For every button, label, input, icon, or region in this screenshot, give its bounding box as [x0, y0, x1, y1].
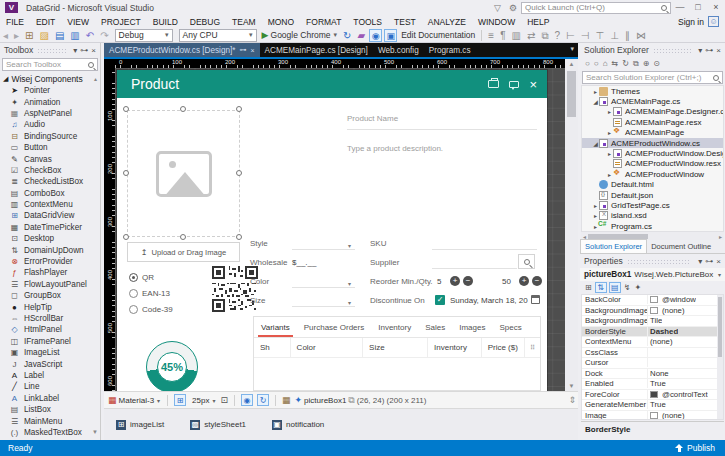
object-caret-icon[interactable]: ▾ — [718, 271, 721, 278]
toolbar-icon[interactable]: ⇄ — [527, 29, 535, 42]
sort-icon[interactable]: ⇕ — [568, 395, 576, 405]
close-icon[interactable]: × — [716, 46, 721, 55]
discontinue-date-value[interactable]: Sunday, March 18, 20 — [450, 296, 528, 305]
briefcase-icon[interactable]: ▦ — [282, 395, 291, 405]
properties-object-row[interactable]: pictureBox1 Wisej.Web.PictureBox ▾ — [580, 268, 725, 281]
se-toolbar-icon[interactable]: ⇆ — [612, 59, 619, 68]
calendar-icon[interactable] — [531, 295, 540, 304]
menu-item[interactable]: DEBUG — [184, 17, 226, 27]
toolbar-icon[interactable]: ⊤ — [596, 29, 605, 42]
close-icon[interactable]: × — [251, 47, 255, 54]
minus-icon[interactable]: − — [463, 276, 473, 286]
se-toolbar-icon[interactable]: ⊙ — [653, 59, 660, 68]
resize-handle[interactable] — [236, 106, 242, 112]
upload-button[interactable]: ↥ Upload or Drag Image — [127, 242, 240, 262]
expand-icon[interactable]: ▸ — [592, 88, 599, 95]
toolbox-item[interactable]: ▦ DateTimePicker — [0, 222, 100, 233]
pin-icon[interactable]: ⊶ — [80, 46, 88, 55]
pin-icon[interactable]: ⊶ — [240, 46, 247, 54]
toolbox-item[interactable]: ƒ FlashPlayer — [0, 267, 100, 278]
property-row[interactable]: ForeColor @controlText — [582, 390, 723, 401]
expand-icon[interactable]: ▸ — [606, 150, 613, 157]
toolbox-item[interactable]: ⊞ DataGridView — [0, 210, 100, 221]
se-toolbar-icon[interactable]: ○ — [585, 59, 590, 68]
toolbar-icon[interactable]: ⧉ — [541, 29, 548, 42]
platform-dropdown[interactable]: Any CPU▾ — [179, 29, 257, 42]
toolbar-icon[interactable]: ⊥ — [610, 29, 619, 42]
resize-handle[interactable] — [123, 234, 129, 240]
toolbox-item[interactable]: ◻ GroupBox — [0, 290, 100, 301]
size-dropdown[interactable] — [292, 293, 355, 307]
toolbox-item[interactable]: ● HelpTip — [0, 301, 100, 312]
menu-item[interactable]: TOOLS — [347, 17, 388, 27]
plus-icon[interactable]: + — [519, 276, 529, 286]
tree-item[interactable]: ACMEMainPage.resx — [582, 117, 723, 127]
grid-column-header[interactable]: Price ($) — [482, 338, 525, 357]
tray-component[interactable]: ▣ notification — [272, 420, 324, 430]
close-icon[interactable]: × — [91, 46, 96, 55]
toolbox-item[interactable]: ▭ Button — [0, 142, 100, 153]
toolbox-item[interactable]: ⇅ DomainUpDown — [0, 244, 100, 255]
tree-item[interactable]: ▸ ACMEMainPage.Designer.cs — [582, 107, 723, 117]
toolbox-item[interactable]: ♫ Audio — [0, 119, 100, 130]
grid-column-header[interactable]: Sh — [254, 338, 291, 357]
tree-item[interactable]: ▸ ACMEMainPage — [582, 128, 723, 138]
resize-handle[interactable] — [236, 234, 242, 240]
property-row[interactable]: BorderStyle Dashed — [582, 327, 723, 338]
toolbox-group-header[interactable]: ◢ Wisej Components ▴ — [0, 72, 100, 85]
column-options-icon[interactable]: ⠿ — [525, 338, 540, 357]
tray-component[interactable]: ⊞ imageList — [116, 420, 164, 430]
resize-handle[interactable] — [180, 106, 186, 112]
barcode-radio[interactable]: QR — [129, 269, 173, 285]
window-position-icon[interactable]: ▾ — [73, 46, 77, 55]
toolbar-icon[interactable]: ▸ — [14, 29, 19, 42]
properties-toolbar-icon[interactable]: ▤ — [609, 282, 621, 293]
property-row[interactable]: BackgroundImage (none) — [582, 306, 723, 317]
supplier-search-button[interactable] — [518, 254, 535, 269]
form-close-icon[interactable]: × — [529, 78, 537, 91]
menu-item[interactable]: VIEW — [61, 17, 95, 27]
toolbar-icon[interactable]: ▰ — [357, 29, 365, 42]
toolbox-item[interactable]: ➤ Pointer — [0, 85, 100, 96]
grid-toggle-icon[interactable]: ⊞ — [174, 394, 186, 406]
tree-item[interactable]: ▸ island.xsd — [582, 211, 723, 221]
avatar-icon[interactable]: ☺ — [708, 16, 719, 27]
menu-item[interactable]: FILE — [0, 17, 30, 27]
toolbox-search-input[interactable]: Search Toolbox — [2, 58, 98, 71]
close-icon[interactable]: × — [716, 257, 721, 266]
menu-item[interactable]: FORMAT — [300, 17, 347, 27]
browser-caret-icon[interactable]: ▾ — [334, 31, 338, 39]
se-toolbar-icon[interactable]: ○ — [594, 59, 599, 68]
document-tab[interactable]: ACMEProductWindow.cs [Design]* ⊶ × — [104, 43, 260, 57]
toolbox-item[interactable]: ⇔ HScrollBar — [0, 313, 100, 324]
toolbar-icon[interactable]: ↷ — [100, 29, 108, 42]
grid-size-caret-icon[interactable]: ▾ — [212, 397, 215, 404]
toolbox-item[interactable]: (.) MaskedTextBox — [0, 427, 100, 437]
tree-item[interactable]: ACMEProductWindow.resx — [582, 159, 723, 169]
filter-icon[interactable]: ▽ — [494, 3, 501, 13]
tree-item[interactable]: ◢ ACMEMainPage.cs — [582, 96, 723, 106]
toolbox-item[interactable]: ☰ MainMenu — [0, 415, 100, 426]
resize-handle[interactable] — [123, 106, 129, 112]
menu-item[interactable]: PROJECT — [95, 17, 147, 27]
window-position-icon[interactable]: ▾ — [698, 257, 702, 266]
toolbar-icon[interactable]: ▤ — [55, 29, 64, 42]
menu-item[interactable]: ANALYZE — [422, 17, 472, 27]
tree-item[interactable]: ◢ ACMEProductWindow.cs — [582, 138, 723, 148]
toolbar-icon[interactable]: ⊞ — [25, 29, 33, 42]
toolbox-item[interactable]: ☰ FlowLayoutPanel — [0, 279, 100, 290]
tree-item[interactable]: ▸ ACMEProductWindow — [582, 169, 723, 179]
menu-item[interactable]: EDIT — [30, 17, 61, 27]
browser-label[interactable]: Google Chrome — [271, 30, 331, 40]
supplier-input[interactable] — [432, 255, 517, 269]
preview-icon[interactable]: ◉ — [241, 394, 253, 406]
window-position-icon[interactable]: ▾ — [698, 46, 702, 55]
toolbox-item[interactable]: ⊟ BindingSource — [0, 131, 100, 142]
grid-tab[interactable]: Inventory — [371, 317, 418, 337]
tree-item[interactable]: ▸ GridTestPage.cs — [582, 200, 723, 210]
sign-in-link[interactable]: Sign in — [678, 17, 704, 27]
start-debug-icon[interactable]: ▶ — [262, 30, 269, 40]
minus-icon[interactable]: − — [532, 276, 542, 286]
toolbox-item[interactable]: ◫ IFramePanel — [0, 336, 100, 347]
resize-handle[interactable] — [236, 170, 242, 176]
